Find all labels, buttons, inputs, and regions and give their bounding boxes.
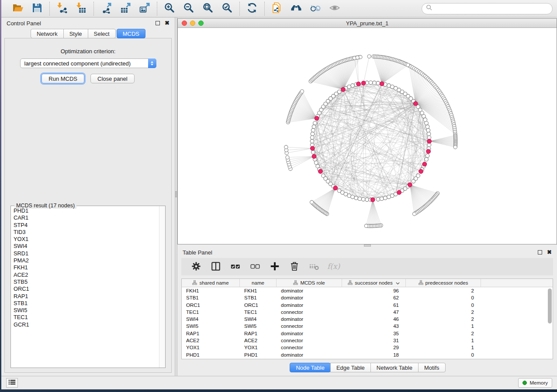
mcds-node-ORC1[interactable] (315, 116, 319, 120)
zoom-in-button[interactable] (163, 2, 176, 15)
mcds-result-item[interactable]: GCR1 (14, 321, 159, 328)
mcds-result-item[interactable]: SWI4 (14, 243, 159, 250)
mcds-result-item[interactable]: RAP1 (14, 293, 159, 300)
export-table-button[interactable] (119, 2, 132, 15)
zoom-selected-button[interactable] (221, 2, 234, 15)
mcds-result-item[interactable]: CAR1 (14, 214, 159, 221)
mcds-node-SRD1[interactable] (397, 190, 401, 195)
close-panel-button[interactable]: Close panel (90, 74, 135, 83)
mcds-node-FKH1[interactable] (413, 102, 418, 106)
mcds-node-TID3[interactable] (318, 169, 323, 174)
column-header-predecessor-nodes[interactable]: predecessor nodes (406, 279, 481, 287)
table-row[interactable]: SWI5SWI5connector431 (182, 323, 553, 330)
criterion-select[interactable]: largest connected component (undirected) (20, 58, 156, 68)
close-table-panel-icon[interactable]: ✖ (547, 250, 552, 254)
horizontal-splitter-handle[interactable] (364, 244, 371, 247)
save-session-button[interactable] (31, 2, 44, 15)
column-header-name[interactable]: name (240, 279, 277, 287)
delete-column-button[interactable] (288, 261, 301, 273)
mcds-node-STB1[interactable] (341, 87, 346, 92)
mcds-result-item[interactable]: PMA2 (14, 257, 159, 264)
mcds-result-item[interactable]: STP4 (14, 222, 159, 229)
add-column-button[interactable] (269, 261, 281, 273)
export-image-button[interactable] (138, 2, 151, 15)
tab-node-table[interactable]: Node Table (290, 363, 331, 372)
float-table-panel-icon[interactable] (538, 250, 542, 254)
task-history-button[interactable] (6, 378, 18, 388)
apply-layout-button[interactable] (246, 2, 259, 15)
tab-network[interactable]: Network (31, 29, 64, 38)
deselect-all-button[interactable] (249, 261, 261, 273)
mcds-result-item[interactable]: FKH1 (14, 264, 159, 271)
mcds-result-item[interactable]: ACE2 (14, 272, 159, 279)
mcds-node-CAR1[interactable] (312, 154, 316, 158)
close-panel-icon[interactable]: ✖ (165, 21, 170, 25)
vertical-splitter[interactable] (175, 17, 177, 376)
mcds-list-scrollbar[interactable] (159, 206, 165, 368)
mcds-result-item[interactable]: YOX1 (14, 236, 159, 243)
show-graphics-details-button[interactable] (309, 2, 322, 15)
table-row[interactable]: ACE2ACE2connector311 (182, 337, 553, 344)
network-window-titlebar[interactable]: YPA_prune.txt_1 (178, 19, 557, 28)
table-row[interactable]: YOX1YOX1connector291 (182, 344, 553, 351)
network-graph[interactable] (178, 28, 557, 244)
mcds-node-TEC1[interactable] (408, 182, 412, 187)
mcds-node-ACE2[interactable] (427, 139, 432, 144)
mcds-node-RAP1[interactable] (370, 198, 375, 202)
mcds-node-PHD1[interactable] (311, 146, 315, 151)
export-network-button[interactable] (100, 2, 113, 15)
vertical-splitter-handle[interactable] (175, 191, 177, 197)
zoom-fit-button[interactable] (201, 2, 214, 15)
mcds-result-item[interactable]: SRD1 (14, 250, 159, 257)
column-header-MCDS-role[interactable]: MCDS role (277, 279, 342, 287)
maximize-window-icon[interactable] (198, 21, 204, 26)
mcds-node-SWI5[interactable] (333, 186, 338, 190)
mcds-node-SWI4[interactable] (380, 82, 384, 86)
table-row[interactable]: TEC1TEC1connector472 (182, 309, 553, 316)
first-neighbors-button[interactable] (290, 2, 303, 15)
table-settings-button[interactable] (190, 261, 202, 273)
import-network-button[interactable] (55, 2, 69, 15)
mcds-node-GCR1[interactable] (426, 149, 431, 154)
open-file-button[interactable] (11, 2, 24, 15)
tab-mcds[interactable]: MCDS (117, 29, 145, 38)
table-row[interactable]: SWI4SWI4dominator462 (182, 316, 553, 323)
select-all-button[interactable] (229, 261, 242, 273)
network-canvas[interactable] (178, 28, 557, 244)
mcds-node-STP4[interactable] (361, 81, 366, 86)
mcds-result-item[interactable]: TEC1 (14, 314, 159, 321)
tab-select[interactable]: Select (88, 29, 116, 38)
table-row[interactable]: ORC1ORC1dominator610 (182, 302, 553, 309)
table-row[interactable]: STB1STB1dominator620 (182, 294, 553, 301)
minimize-window-icon[interactable] (190, 21, 195, 26)
close-window-icon[interactable] (182, 21, 187, 26)
mcds-result-item[interactable]: STB5 (14, 279, 159, 285)
table-row[interactable]: FKH1FKH1dominator962 (182, 287, 553, 294)
mcds-result-item[interactable]: SWI5 (14, 307, 159, 314)
table-row[interactable]: PHD1PHD1dominator180 (182, 351, 553, 358)
new-network-from-selection-button[interactable] (270, 2, 284, 15)
search-input[interactable] (435, 5, 548, 12)
tab-style[interactable]: Style (63, 29, 88, 38)
column-header-shared-name[interactable]: shared name (182, 279, 240, 287)
tab-network-table[interactable]: Network Table (370, 363, 419, 372)
table-scrollbar[interactable] (548, 289, 552, 323)
mcds-node-YOX1[interactable] (356, 82, 361, 86)
float-panel-icon[interactable] (156, 21, 160, 25)
memory-button[interactable]: Memory (518, 378, 552, 388)
search-box[interactable] (422, 3, 553, 14)
run-mcds-button[interactable]: Run MCDS (42, 74, 84, 83)
tab-motifs[interactable]: Motifs (418, 363, 446, 372)
panel-mode-button[interactable] (210, 261, 222, 273)
import-table-button[interactable] (75, 2, 88, 15)
mcds-result-item[interactable]: TID3 (14, 229, 159, 236)
mcds-result-item[interactable]: PHD1 (14, 207, 159, 214)
mcds-node-STB5[interactable] (422, 162, 427, 166)
mcds-node-PMA2[interactable] (419, 169, 423, 174)
column-header-successor-nodes[interactable]: successor nodes (342, 279, 406, 287)
mcds-result-item[interactable]: STB1 (14, 300, 159, 307)
tab-edge-table[interactable]: Edge Table (330, 363, 371, 372)
table-row[interactable]: RAP1RAP1dominator352 (182, 330, 553, 337)
zoom-out-button[interactable] (182, 2, 195, 15)
mcds-result-item[interactable]: ORC1 (14, 285, 159, 292)
